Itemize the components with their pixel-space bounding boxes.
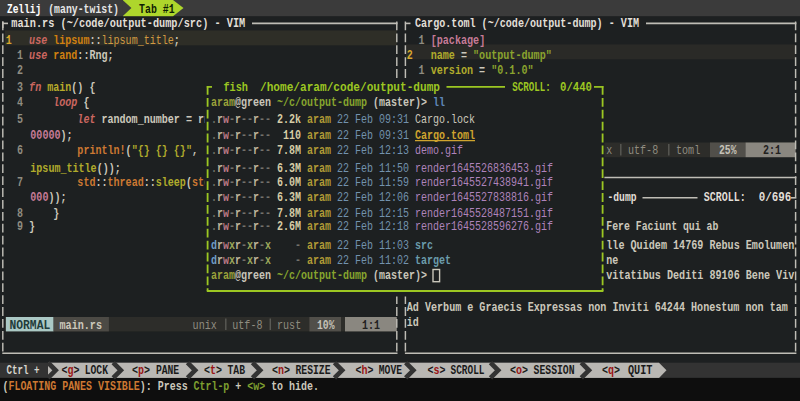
svg-text:src: src xyxy=(415,238,433,253)
svg-text:SCROLL:: SCROLL: xyxy=(512,80,551,95)
svg-text:2.6M: 2.6M xyxy=(277,219,301,234)
svg-text:{: { xyxy=(83,95,89,110)
svg-text:-: - xyxy=(265,219,271,234)
svg-text:-: - xyxy=(265,128,271,143)
svg-text:aram: aram xyxy=(307,143,331,158)
svg-text:aram: aram xyxy=(211,268,235,283)
svg-text:6.0M: 6.0M xyxy=(277,175,301,190)
svg-text:Ctrl-p: Ctrl-p xyxy=(194,379,230,394)
svg-text:PANE: PANE xyxy=(156,363,179,378)
svg-text:let: let xyxy=(77,112,95,127)
svg-text:<w>: <w> xyxy=(247,379,265,394)
svg-text:3: 3 xyxy=(17,80,23,95)
svg-text:));: )); xyxy=(48,190,66,205)
svg-text:22 Feb 12:13: 22 Feb 12:13 xyxy=(337,143,409,158)
svg-text:=: = xyxy=(479,63,485,78)
svg-text:6: 6 xyxy=(17,143,23,158)
svg-text:>: > xyxy=(522,363,528,378)
svg-text:"0.1.0": "0.1.0" xyxy=(491,63,533,78)
svg-text:):: ): xyxy=(140,379,152,394)
svg-text:7.8M: 7.8M xyxy=(277,143,301,158)
svg-text:7: 7 xyxy=(17,175,23,190)
svg-text:-dump: -dump xyxy=(608,190,637,205)
svg-text:Cargo.toml (~/code/output-dump: Cargo.toml (~/code/output-dump) - VIM xyxy=(415,16,639,31)
svg-text:>: > xyxy=(74,363,80,378)
svg-text:::: :: xyxy=(95,175,107,190)
svg-text:std: std xyxy=(77,175,95,190)
svg-text:TAB: TAB xyxy=(228,363,246,378)
svg-text:-: - xyxy=(265,190,271,205)
svg-text:);: ); xyxy=(60,128,72,143)
svg-text:2:1: 2:1 xyxy=(763,143,781,158)
svg-text:000: 000 xyxy=(30,190,48,205)
svg-text:rand: rand xyxy=(53,48,77,63)
svg-text:+: + xyxy=(235,379,241,394)
svg-text:random_number: random_number xyxy=(101,112,179,127)
svg-text:demo.gif: demo.gif xyxy=(415,143,463,158)
svg-text:,: , xyxy=(192,143,198,158)
svg-text:110: 110 xyxy=(283,128,301,143)
svg-text:Cargo.lock: Cargo.lock xyxy=(415,112,475,127)
svg-text:5: 5 xyxy=(17,112,23,127)
svg-text:main.rs: main.rs xyxy=(60,318,103,333)
svg-text:ne: ne xyxy=(606,253,618,268)
svg-text:Ctrl +: Ctrl + xyxy=(7,363,40,378)
svg-text:MOVE: MOVE xyxy=(379,363,402,378)
svg-text:() {: () { xyxy=(71,80,95,95)
svg-text:SESSION: SESSION xyxy=(534,363,575,378)
svg-text:aram: aram xyxy=(307,161,331,176)
svg-text:ll: ll xyxy=(433,95,445,110)
svg-text:aram: aram xyxy=(307,175,331,190)
svg-text:thread: thread xyxy=(108,175,144,190)
svg-text:4: 4 xyxy=(17,95,23,110)
svg-text:22 Feb 09:31: 22 Feb 09:31 xyxy=(337,112,409,127)
svg-text:fn: fn xyxy=(29,80,41,95)
svg-text:name: name xyxy=(431,48,455,63)
svg-text:::: :: xyxy=(77,48,89,63)
svg-text:-: - xyxy=(265,175,271,190)
svg-text:2: 2 xyxy=(17,63,23,78)
svg-text:}: } xyxy=(29,219,35,234)
svg-text:Zellij: Zellij xyxy=(7,2,41,17)
svg-text:version: version xyxy=(431,63,473,78)
svg-text:@green: @green xyxy=(235,95,271,110)
svg-text:22 Feb 11:03: 22 Feb 11:03 xyxy=(337,238,409,253)
svg-text:>: > xyxy=(368,363,374,378)
svg-text:-: - xyxy=(295,253,301,268)
svg-text:sleep: sleep xyxy=(156,175,186,190)
svg-text:use: use xyxy=(29,48,47,63)
svg-text:0/440: 0/440 xyxy=(560,80,592,95)
svg-text:lle Quidem 14769 Rebus Emolume: lle Quidem 14769 Rebus Emolumen xyxy=(606,238,794,253)
svg-text:25%: 25% xyxy=(719,143,737,158)
svg-text:render1645527438941.gif: render1645527438941.gif xyxy=(415,175,553,190)
svg-text:NORMAL: NORMAL xyxy=(10,318,51,333)
svg-text:aram: aram xyxy=(307,253,331,268)
svg-text:=: = xyxy=(461,48,467,63)
svg-text:utf-8: utf-8 xyxy=(628,143,658,158)
svg-text:SCROLL: SCROLL xyxy=(451,363,485,378)
svg-text:1: 1 xyxy=(419,33,425,48)
svg-text:"output-dump": "output-dump" xyxy=(473,48,552,63)
svg-text:loop: loop xyxy=(53,95,77,110)
svg-text:6.3M: 6.3M xyxy=(277,190,301,205)
svg-text:SCROLL:: SCROLL: xyxy=(704,190,746,205)
svg-text:rust: rust xyxy=(277,318,301,333)
svg-text:LOCK: LOCK xyxy=(85,363,108,378)
svg-text:>: > xyxy=(614,363,620,378)
svg-text:use: use xyxy=(29,33,47,48)
svg-text:main.rs (~/code/output-dump/sr: main.rs (~/code/output-dump/src) - VIM xyxy=(11,16,245,31)
svg-text:::: :: xyxy=(89,33,101,48)
svg-text:());: ()); xyxy=(97,161,121,176)
svg-text:>: > xyxy=(440,363,446,378)
svg-text:aram: aram xyxy=(307,112,331,127)
svg-text:0/696: 0/696 xyxy=(759,190,792,205)
svg-text:9: 9 xyxy=(17,219,23,234)
svg-text:6.3M: 6.3M xyxy=(277,161,301,176)
svg-text:FLOATING PANES VISIBLE: FLOATING PANES VISIBLE xyxy=(8,379,139,394)
svg-text:unix: unix xyxy=(193,318,217,333)
svg-text:"{} {} {}": "{} {} {}" xyxy=(132,143,192,158)
svg-text:target: target xyxy=(415,253,451,268)
svg-text:2.2k: 2.2k xyxy=(277,112,301,127)
svg-text:x: x xyxy=(606,143,612,158)
svg-text:>: > xyxy=(216,363,222,378)
